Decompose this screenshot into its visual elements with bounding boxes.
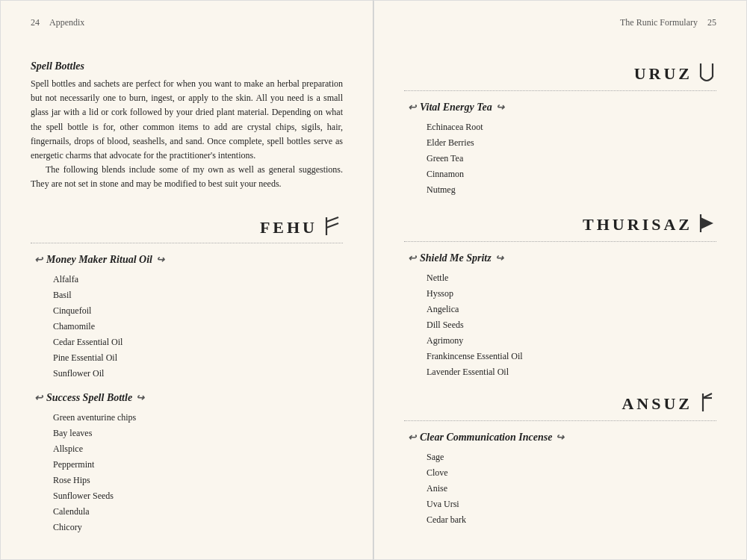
list-item: Sage xyxy=(427,449,716,465)
list-item: Hyssop xyxy=(427,286,716,302)
fehu-divider xyxy=(31,243,343,243)
recipe2-heading: ↩ Success Spell Bottle ↪ xyxy=(31,392,343,404)
list-item: Uva Ursi xyxy=(427,497,716,512)
list-item: Frankincense Essential Oil xyxy=(427,349,716,364)
recipe1-heading: ↩ Money Maker Ritual Oil ↪ xyxy=(31,254,343,266)
uruz-glyph xyxy=(697,60,716,87)
list-item: Angelica xyxy=(427,302,716,317)
list-item: Peppermint xyxy=(53,457,343,473)
list-item: Green Tea xyxy=(427,151,716,167)
right-recipe3-ingredients: Sage Clove Anise Uva Ursi Cedar bark xyxy=(404,449,716,528)
list-item: Chamomile xyxy=(53,319,343,335)
right-recipe1-ingredients: Echinacea Root Elder Berries Green Tea C… xyxy=(404,119,716,198)
fehu-rune-name: FEHU xyxy=(260,218,317,237)
list-item: Nutmeg xyxy=(427,182,716,198)
svg-line-2 xyxy=(326,223,338,228)
right-recipe1-heading: ↩ Vital Energy Tea ↪ xyxy=(404,102,716,113)
section-title: Spell Bottles xyxy=(31,60,343,72)
list-item: Pine Essential Oil xyxy=(53,350,343,366)
ansuz-rune-name: ANSUZ xyxy=(622,394,692,414)
page-number-right: 25 xyxy=(707,17,716,28)
thurisaz-glyph xyxy=(697,211,716,238)
fehu-rune-area: FEHU xyxy=(31,214,343,241)
list-item: Chicory xyxy=(53,520,343,535)
ansuz-rune-area: ANSUZ xyxy=(404,391,716,417)
uruz-divider xyxy=(404,90,716,91)
list-item: Cedar Essential Oil xyxy=(53,335,343,350)
body-paragraph-1: Spell bottles and sachets are perfect fo… xyxy=(31,77,343,192)
right-page: The Runic Formulary 25 URUZ ↩ Vital Ener… xyxy=(374,0,747,560)
ansuz-glyph xyxy=(697,391,716,417)
left-page: 24 Appendix Spell Bottles Spell bottles … xyxy=(0,0,374,560)
right-recipe2-heading: ↩ Shield Me Spritz ↪ xyxy=(404,252,716,264)
recipe1-ingredients: Alfalfa Basil Cinquefoil Chamomile Cedar… xyxy=(31,272,343,382)
list-item: Green aventurine chips xyxy=(53,410,343,426)
list-item: Rose Hips xyxy=(53,473,343,488)
list-item: Alfalfa xyxy=(53,272,343,287)
list-item: Bay leaves xyxy=(53,426,343,441)
list-item: Cinquefoil xyxy=(53,303,343,319)
uruz-rune-name: URUZ xyxy=(634,64,692,84)
list-item: Allspice xyxy=(53,441,343,457)
right-recipe3-heading: ↩ Clear Communication Incense ↪ xyxy=(404,432,716,444)
list-item: Calendula xyxy=(53,504,343,520)
list-item: Sunflower Seeds xyxy=(53,488,343,504)
thurisaz-divider xyxy=(404,241,716,242)
thurisaz-rune-area: THURISAZ xyxy=(404,211,716,238)
list-item: Cedar bark xyxy=(427,512,716,528)
list-item: Basil xyxy=(53,287,343,303)
list-item: Lavender Essential Oil xyxy=(427,364,716,380)
list-item: Cinnamon xyxy=(427,167,716,182)
recipe2-ingredients: Green aventurine chips Bay leaves Allspi… xyxy=(31,410,343,535)
thurisaz-rune-name: THURISAZ xyxy=(583,215,692,234)
page-number-left: 24 xyxy=(31,17,40,28)
header-left: Appendix xyxy=(49,17,84,28)
list-item: Nettle xyxy=(427,270,716,286)
uruz-rune-area: URUZ xyxy=(404,60,716,87)
ansuz-divider xyxy=(404,420,716,421)
list-item: Agrimony xyxy=(427,333,716,349)
fehu-glyph xyxy=(322,214,343,241)
svg-marker-6 xyxy=(701,217,713,229)
svg-line-1 xyxy=(326,217,338,222)
list-item: Sunflower Oil xyxy=(53,366,343,382)
list-item: Elder Berries xyxy=(427,135,716,151)
right-recipe2-ingredients: Nettle Hyssop Angelica Dill Seeds Agrimo… xyxy=(404,270,716,380)
list-item: Dill Seeds xyxy=(427,317,716,333)
list-item: Anise xyxy=(427,481,716,497)
header-right: The Runic Formulary xyxy=(620,17,698,28)
list-item: Clove xyxy=(427,465,716,481)
list-item: Echinacea Root xyxy=(427,119,716,135)
